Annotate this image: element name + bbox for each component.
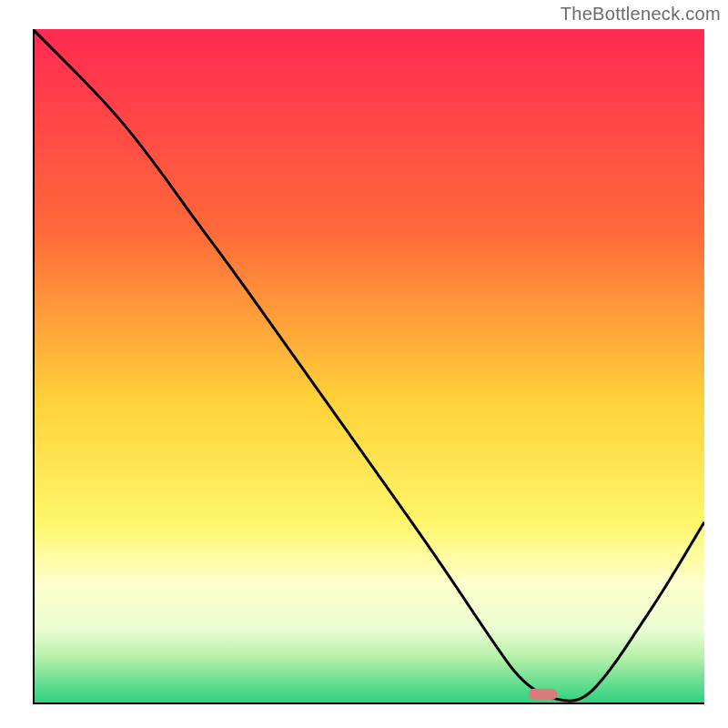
bottleneck-chart — [33, 29, 704, 704]
chart-container — [33, 29, 704, 704]
watermark-text: TheBottleneck.com — [561, 4, 721, 25]
gradient-background — [33, 29, 704, 704]
optimal-marker — [529, 689, 558, 700]
page-root: TheBottleneck.com — [0, 0, 728, 728]
